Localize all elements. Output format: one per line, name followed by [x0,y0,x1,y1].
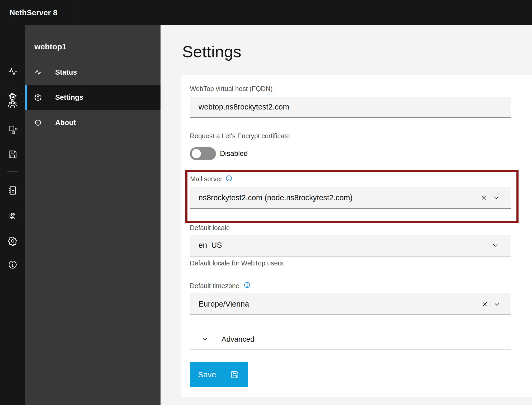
nethserver-admin-window: NethServer 8 [0,0,532,405]
lets-encrypt-toggle[interactable] [190,147,216,160]
sidebar-item-label: About [55,119,76,127]
mail-server-combobox[interactable]: ns8rockytest2.com (node.ns8rockytest2.co… [190,187,511,209]
top-header-bar: NethServer 8 [0,0,532,25]
toggle-knob [192,149,201,158]
mail-server-label: Mail server [190,175,222,183]
save-button[interactable]: Save [190,362,248,387]
chevron-down-icon[interactable] [202,336,208,342]
save-floppy-icon [230,370,239,379]
default-timezone-combobox[interactable]: Europe/Vienna [190,293,511,315]
sidebar-item-label: Settings [55,93,83,102]
clear-selection-icon[interactable] [480,194,488,201]
sidebar-item-settings[interactable]: Settings [25,85,161,110]
information-icon[interactable] [8,260,18,270]
rail-divider [7,88,18,88]
chevron-down-icon[interactable] [493,301,501,308]
accordion-bottom-border [190,349,511,350]
security-icon[interactable] [8,211,18,221]
lets-encrypt-state: Disabled [220,147,248,160]
sidebar-item-about[interactable]: About [25,110,161,135]
workspace-icon[interactable] [8,124,18,134]
virtual-host-value: webtop.ns8rockytest2.com [199,103,289,111]
default-locale-helper: Default locale for WebTop users [190,259,283,267]
sidebar-item-status[interactable]: Status [25,60,161,85]
save-button-label: Save [198,370,216,379]
lets-encrypt-label: Request a Let's Encrypt certificate [190,132,290,140]
information-icon [34,119,42,126]
group-icon[interactable] [8,99,18,109]
info-icon[interactable] [225,175,233,182]
rail-divider [7,171,18,171]
default-locale-value: en_US [199,241,222,250]
brand-logo[interactable]: NethServer 8 [10,0,57,25]
default-locale-label: Default locale [190,224,230,232]
main-content: Settings WebTop virtual host (FQDN) webt… [161,25,532,405]
virtual-host-label: WebTop virtual host (FQDN) [190,85,273,93]
mail-server-value: ns8rockytest2.com (node.ns8rockytest2.co… [199,193,352,202]
default-timezone-label: Default timezone [190,282,239,290]
clear-selection-icon[interactable] [481,301,488,308]
info-icon[interactable] [243,281,251,289]
settings-gear-icon [34,94,42,101]
virtual-host-input[interactable]: webtop.ns8rockytest2.com [190,97,511,118]
catalog-logs-icon[interactable] [8,185,18,196]
advanced-accordion-label[interactable]: Advanced [222,335,255,343]
activity-icon[interactable] [8,67,18,77]
header-divider [74,6,74,19]
default-timezone-value: Europe/Vienna [199,300,249,308]
activity-icon [34,69,42,76]
page-title: Settings [182,42,241,62]
app-name: webtop1 [34,42,67,51]
settings-gear-icon[interactable] [8,236,18,246]
save-backup-icon[interactable] [8,149,18,159]
sidebar-item-label: Status [55,68,77,77]
chevron-down-icon[interactable] [493,194,500,202]
settings-card: WebTop virtual host (FQDN) webtop.ns8roc… [181,75,532,397]
chevron-down-icon[interactable] [492,242,499,249]
app-sidebar: webtop1 Status Settings About [25,25,161,405]
default-locale-select[interactable]: en_US [190,235,511,256]
icon-rail [0,25,25,405]
